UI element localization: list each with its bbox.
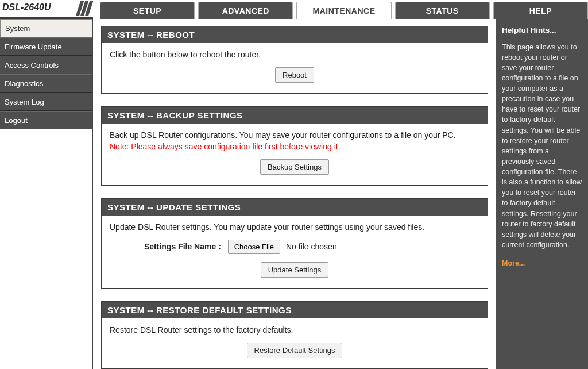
content-row: System Firmware Update Access Controls D… [0, 19, 588, 369]
logo-stripes-icon [76, 1, 93, 16]
panel-update: SYSTEM -- UPDATE SETTINGS Update DSL Rou… [101, 198, 488, 289]
settings-file-label: Settings File Name : [144, 242, 221, 251]
tab-help[interactable]: HELP [493, 2, 588, 19]
help-title: Helpful Hints... [502, 25, 582, 36]
file-chooser-row: Settings File Name : Choose File No file… [110, 240, 479, 254]
sidebar-item-system-log[interactable]: System Log [0, 93, 92, 111]
panel-update-body: Update DSL Router settings. You may upda… [102, 216, 488, 288]
panel-backup-title: SYSTEM -- BACKUP SETTINGS [102, 107, 488, 124]
panel-reboot-body: Click the button below to reboot the rou… [102, 43, 488, 93]
panel-reboot: SYSTEM -- REBOOT Click the button below … [101, 26, 488, 94]
choose-file-button[interactable]: Choose File [228, 240, 280, 254]
product-model-text: DSL-2640U [2, 2, 51, 12]
restore-default-button[interactable]: Restore Default Settings [247, 343, 343, 358]
main-content: SYSTEM -- REBOOT Click the button below … [93, 19, 496, 369]
reboot-button[interactable]: Reboot [275, 67, 314, 83]
panel-backup-body: Back up DSL Router configurations. You m… [102, 124, 488, 185]
product-logo: DSL-2640U [0, 0, 93, 19]
tab-advanced[interactable]: ADVANCED [198, 2, 293, 19]
panel-restore-title: SYSTEM -- RESTORE DEFAULT SETTINGS [102, 302, 488, 318]
panel-reboot-title: SYSTEM -- REBOOT [102, 26, 488, 43]
tab-maintenance[interactable]: MAINTENANCE [296, 2, 391, 19]
update-text: Update DSL Router settings. You may upda… [110, 222, 479, 232]
panel-backup: SYSTEM -- BACKUP SETTINGS Back up DSL Ro… [101, 106, 488, 186]
sidebar-item-firmware-update[interactable]: Firmware Update [0, 37, 92, 56]
top-bar: DSL-2640U SETUP ADVANCED MAINTENANCE STA… [0, 0, 588, 19]
reboot-text: Click the button below to reboot the rou… [110, 50, 479, 59]
update-settings-button[interactable]: Update Settings [261, 262, 329, 278]
help-more-link[interactable]: More... [502, 258, 525, 268]
panel-restore: SYSTEM -- RESTORE DEFAULT SETTINGS Resto… [101, 301, 488, 369]
restore-text: Restore DSL Router settings to the facto… [110, 325, 479, 335]
tab-setup[interactable]: SETUP [100, 2, 195, 19]
tab-status[interactable]: STATUS [395, 2, 490, 19]
sidebar-item-access-controls[interactable]: Access Controls [0, 56, 92, 74]
sidebar-item-diagnostics[interactable]: Diagnostics [0, 74, 92, 93]
backup-note: Note: Please always save configuration f… [110, 142, 479, 151]
sidebar: System Firmware Update Access Controls D… [0, 19, 93, 369]
backup-settings-button[interactable]: Backup Settings [260, 159, 329, 175]
panel-restore-body: Restore DSL Router settings to the facto… [102, 318, 488, 368]
sidebar-item-logout[interactable]: Logout [0, 111, 92, 129]
panel-update-title: SYSTEM -- UPDATE SETTINGS [102, 199, 488, 216]
backup-text: Back up DSL Router configurations. You m… [110, 130, 479, 140]
main-tabs: SETUP ADVANCED MAINTENANCE STATUS HELP [93, 0, 588, 19]
file-chosen-status: No file chosen [286, 242, 337, 251]
sidebar-item-system[interactable]: System [0, 19, 92, 37]
help-body: This page allows you to reboot your rout… [502, 42, 582, 251]
help-column: Helpful Hints... This page allows you to… [496, 19, 588, 369]
